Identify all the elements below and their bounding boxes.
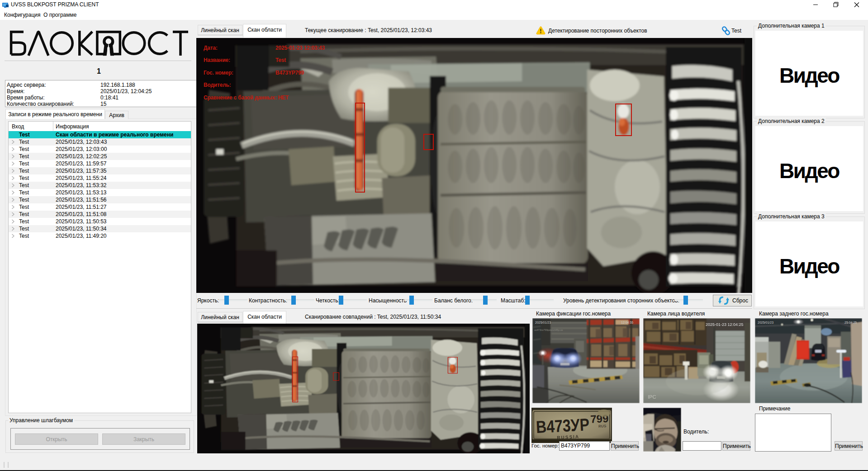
svg-text:В473УР: В473УР [536,415,590,437]
svg-text:RUS: RUS [598,424,606,429]
svg-text:2025/01/23: 2025/01/23 [535,321,551,324]
svg-text:2025/01/23: 2025/01/23 [758,321,773,324]
svg-text:uv473nv799potovrt45p.us: uv473nv799potovrt45p.us [534,329,563,331]
svg-text:2025-01-23 12:04:25: 2025-01-23 12:04:25 [706,322,744,327]
svg-text:12:04:55: 12:04:55 [621,321,633,324]
svg-text:IPC: IPC [648,394,656,400]
svg-text:25:04:25: 25:04:25 [844,321,857,324]
